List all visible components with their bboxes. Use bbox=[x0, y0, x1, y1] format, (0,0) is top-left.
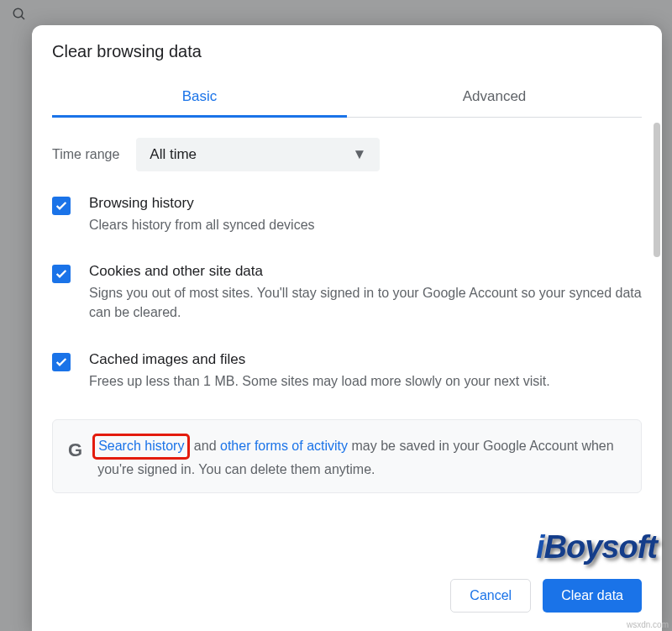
checkbox-cached[interactable] bbox=[52, 353, 71, 371]
option-desc: Signs you out of most sites. You'll stay… bbox=[89, 283, 642, 322]
option-desc: Clears history from all synced devices bbox=[89, 215, 642, 234]
tab-advanced[interactable]: Advanced bbox=[347, 76, 642, 117]
option-desc: Frees up less than 1 MB. Some sites may … bbox=[89, 371, 642, 391]
clear-data-button[interactable]: Clear data bbox=[543, 579, 642, 613]
option-title: Cached images and files bbox=[89, 351, 642, 368]
time-range-row: Time range All time ▼ bbox=[52, 138, 642, 171]
dialog-title: Clear browsing data bbox=[52, 42, 642, 61]
credit-text: wsxdn.com bbox=[627, 620, 669, 629]
option-cookies: Cookies and other site data Signs you ou… bbox=[52, 263, 642, 322]
other-activity-link[interactable]: other forms of activity bbox=[220, 439, 348, 453]
time-range-label: Time range bbox=[52, 147, 119, 162]
dialog-scroll-area: Time range All time ▼ Browsing history C… bbox=[32, 118, 662, 560]
checkbox-cookies[interactable] bbox=[52, 265, 71, 283]
clear-browsing-data-dialog: Clear browsing data Basic Advanced Time … bbox=[32, 25, 662, 631]
time-range-value: All time bbox=[150, 146, 197, 163]
dialog-content: Time range All time ▼ Browsing history C… bbox=[32, 118, 662, 493]
google-account-info: G Search history and other forms of acti… bbox=[52, 419, 642, 493]
checkbox-browsing-history[interactable] bbox=[52, 197, 71, 215]
dialog-header: Clear browsing data Basic Advanced bbox=[32, 25, 662, 118]
dialog-footer: Cancel Clear data bbox=[32, 560, 662, 631]
tab-bar: Basic Advanced bbox=[52, 76, 642, 118]
time-range-select[interactable]: All time ▼ bbox=[136, 138, 380, 171]
option-cached: Cached images and files Frees up less th… bbox=[52, 351, 642, 391]
google-logo-icon: G bbox=[68, 437, 82, 464]
scrollbar[interactable] bbox=[654, 123, 660, 257]
cancel-button[interactable]: Cancel bbox=[450, 579, 531, 613]
tab-basic[interactable]: Basic bbox=[52, 76, 347, 117]
option-browsing-history: Browsing history Clears history from all… bbox=[52, 195, 642, 234]
chevron-down-icon: ▼ bbox=[353, 146, 367, 163]
info-text: Search history and other forms of activi… bbox=[97, 434, 626, 479]
search-history-link[interactable]: Search history bbox=[98, 439, 184, 453]
option-title: Browsing history bbox=[89, 195, 642, 212]
search-history-highlight: Search history bbox=[92, 434, 190, 460]
option-title: Cookies and other site data bbox=[89, 263, 642, 280]
